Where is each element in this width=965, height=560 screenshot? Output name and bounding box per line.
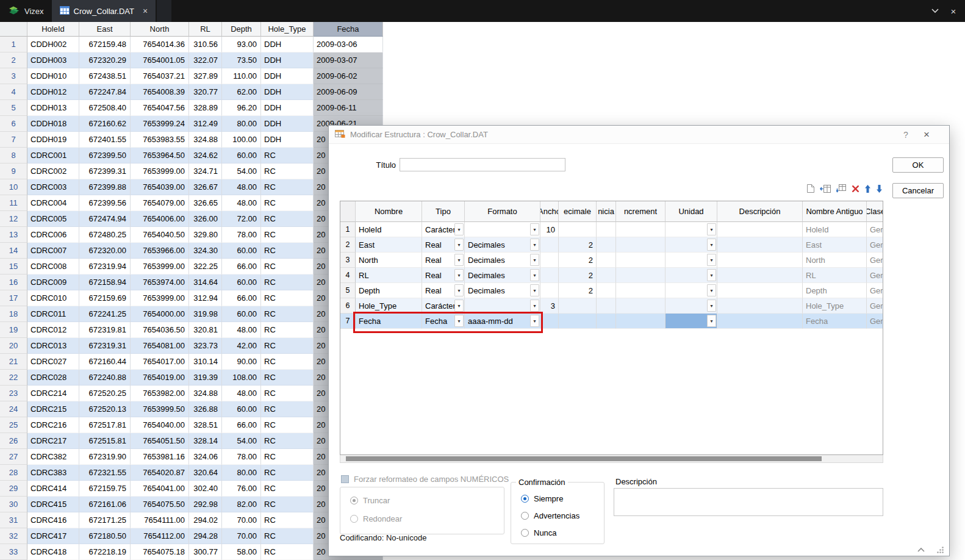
cell-Depth[interactable]: 72.00 [222, 211, 261, 227]
dropdown-arrow-icon[interactable]: ▾ [530, 315, 539, 327]
cell-Hole_Type[interactable]: RC [261, 386, 314, 401]
structure-row[interactable]: 6Hole_TypeCarácter▾▾3▾Hole_TypeGeneral [340, 298, 883, 314]
cell-East[interactable]: 672241.25 [79, 306, 131, 322]
cell-HoleId[interactable]: CDRC415 [27, 497, 79, 512]
dropdown-arrow-icon[interactable]: ▾ [454, 254, 464, 266]
cell-decimales[interactable] [559, 222, 597, 237]
structure-row-number-cell[interactable]: 7 [340, 314, 356, 329]
cell-Depth[interactable]: 60.00 [222, 401, 261, 417]
append-field-icon[interactable] [836, 184, 847, 193]
cell-antiguo[interactable]: North [803, 253, 867, 268]
row-number-cell[interactable]: 21 [0, 354, 27, 370]
cell-North[interactable]: 7654001.05 [131, 52, 189, 68]
cell-Hole_Type[interactable]: RC [261, 433, 314, 449]
cell-Hole_Type[interactable]: DDH [261, 68, 314, 84]
new-field-icon[interactable] [806, 184, 815, 193]
cell-RL[interactable]: 329.80 [189, 227, 222, 243]
ok-button[interactable]: OK [892, 157, 944, 173]
structure-column-header-nombre[interactable]: Nombre [356, 201, 422, 222]
cell-Hole_Type[interactable]: RC [261, 417, 314, 433]
cell-tipo[interactable]: Fecha▾ [422, 314, 465, 329]
cell-formato[interactable]: Decimales▾ [465, 283, 540, 298]
cell-RL[interactable]: 326.88 [189, 401, 222, 417]
table-row[interactable]: 27CDRC382672319.907653981.16324.0678.00R… [0, 449, 383, 465]
cell-East[interactable]: 672160.62 [79, 116, 131, 132]
cell-East[interactable]: 672520.25 [79, 386, 131, 401]
cell-HoleId[interactable]: CDRC416 [27, 512, 79, 528]
cell-North[interactable]: 7654037.21 [131, 68, 189, 84]
cell-Hole_Type[interactable]: DDH [261, 84, 314, 100]
cell-unidad[interactable]: ▾ [665, 237, 717, 253]
cell-Fecha[interactable]: 2009-06-02 [314, 68, 383, 84]
cell-Depth[interactable]: 48.00 [222, 179, 261, 195]
cell-incremento[interactable] [616, 237, 665, 253]
cell-Depth[interactable]: 73.50 [222, 52, 261, 68]
structure-column-header-inicial[interactable]: nicia [597, 201, 616, 222]
cell-North[interactable]: 7654081.00 [131, 338, 189, 354]
cell-Fecha[interactable]: 2009-03-06 [314, 37, 383, 52]
cell-decimales[interactable]: 2 [559, 283, 597, 298]
cell-East[interactable]: 672319.81 [79, 322, 131, 338]
structure-row-number-header[interactable] [340, 201, 356, 222]
dropdown-arrow-icon[interactable]: ▾ [530, 284, 539, 296]
cell-Depth[interactable]: 66.00 [222, 259, 261, 275]
cell-decimales[interactable]: 2 [559, 237, 597, 253]
structure-row-number-cell[interactable]: 3 [340, 253, 356, 268]
cell-incremento[interactable] [616, 283, 665, 298]
structure-row[interactable]: 4RLReal▾Decimales▾2▾RLGeneral [340, 268, 883, 283]
row-number-cell[interactable]: 19 [0, 322, 27, 338]
cell-North[interactable]: 7653982.00 [131, 386, 189, 401]
cell-nombre[interactable]: North [356, 253, 422, 268]
table-row[interactable]: 12CDRC005672474.947654006.00326.0072.00R… [0, 211, 383, 227]
cell-Hole_Type[interactable]: RC [261, 544, 314, 560]
column-header-Depth[interactable]: Depth [222, 22, 261, 37]
cell-RL[interactable]: 328.51 [189, 417, 222, 433]
cell-RL[interactable]: 319.98 [189, 306, 222, 322]
cell-tipo[interactable]: Real▾ [422, 237, 465, 253]
structure-column-header-clase[interactable]: Clase [867, 201, 883, 222]
cell-inicial[interactable] [597, 283, 616, 298]
cell-inicial[interactable] [597, 237, 616, 253]
table-row[interactable]: 22CDRC028672240.887654019.00319.39108.00… [0, 370, 383, 386]
dropdown-arrow-icon[interactable]: ▾ [454, 223, 464, 235]
row-number-cell[interactable]: 27 [0, 449, 27, 465]
cell-RL[interactable]: 300.77 [189, 544, 222, 560]
table-row[interactable]: 24CDRC215672520.137653999.50326.8860.00R… [0, 401, 383, 417]
cell-clase[interactable]: General [867, 237, 883, 253]
cell-ancho[interactable] [540, 314, 559, 329]
column-header-RL[interactable]: RL [189, 22, 222, 37]
cell-HoleId[interactable]: CDRC004 [27, 195, 79, 211]
cell-Depth[interactable]: 70.00 [222, 512, 261, 528]
cell-antiguo[interactable]: East [803, 237, 867, 253]
cell-North[interactable]: 7654008.39 [131, 84, 189, 100]
cell-HoleId[interactable]: CDDH012 [27, 84, 79, 100]
cell-Hole_Type[interactable]: RC [261, 370, 314, 386]
cell-RL[interactable]: 324.62 [189, 148, 222, 163]
cell-HoleId[interactable]: CDRC010 [27, 290, 79, 306]
cell-HoleId[interactable]: CDDH018 [27, 116, 79, 132]
cell-HoleId[interactable]: CDRC008 [27, 259, 79, 275]
radio-option-nunca[interactable]: Nunca [521, 528, 557, 537]
table-row[interactable]: 1CDDH002672159.487654014.36310.5693.00DD… [0, 37, 383, 52]
structure-column-header-decimales[interactable]: ecimale [559, 201, 597, 222]
cell-Hole_Type[interactable]: DDH [261, 100, 314, 116]
cell-unidad[interactable]: ▾ [665, 253, 717, 268]
cell-HoleId[interactable]: CDRC418 [27, 544, 79, 560]
radio-option-redondear[interactable]: Redondear [350, 514, 402, 523]
cell-formato[interactable]: ▾ [465, 222, 540, 237]
cell-North[interactable]: 7653999.00 [131, 163, 189, 179]
cell-Depth[interactable]: 96.20 [222, 100, 261, 116]
table-row[interactable]: 29CDRC414672159.757654041.00302.4076.00R… [0, 481, 383, 497]
dropdown-arrow-icon[interactable]: ▾ [707, 300, 716, 312]
structure-row[interactable]: 7FechaFecha▾aaaa-mm-dd▾▾FechaGeneral [340, 314, 883, 329]
cell-RL[interactable]: 294.28 [189, 528, 222, 544]
cell-Depth[interactable]: 60.00 [222, 243, 261, 259]
cell-HoleId[interactable]: CDRC006 [27, 227, 79, 243]
cell-descripcion[interactable] [717, 298, 803, 314]
cell-clase[interactable]: General [867, 253, 883, 268]
structure-row-number-cell[interactable]: 6 [340, 298, 356, 314]
cell-inicial[interactable] [597, 298, 616, 314]
cell-tipo[interactable]: Real▾ [422, 253, 465, 268]
cell-RL[interactable]: 302.40 [189, 481, 222, 497]
dropdown-arrow-icon[interactable]: ▾ [454, 300, 464, 312]
